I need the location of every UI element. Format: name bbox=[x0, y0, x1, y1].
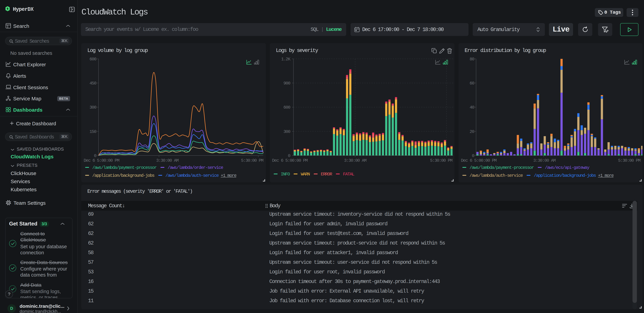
svg-text:3:30:00 AM: 3:30:00 AM bbox=[344, 158, 366, 163]
svg-text:900: 900 bbox=[284, 81, 290, 86]
svg-text:5:30:00 PM: 5:30:00 PM bbox=[241, 158, 263, 163]
svg-text:600: 600 bbox=[284, 105, 290, 110]
svg-text:Dec 6 5:00:00 PM: Dec 6 5:00:00 PM bbox=[461, 158, 496, 163]
svg-text:0: 0 bbox=[94, 153, 96, 158]
svg-text:Dec 6 5:00:00 PM: Dec 6 5:00:00 PM bbox=[84, 158, 119, 163]
svg-text:60: 60 bbox=[470, 81, 474, 86]
svg-text:150: 150 bbox=[90, 129, 96, 134]
svg-text:0: 0 bbox=[472, 153, 474, 158]
svg-text:300: 300 bbox=[284, 129, 290, 134]
svg-text:0: 0 bbox=[288, 153, 290, 158]
svg-text:3:30:00 AM: 3:30:00 AM bbox=[533, 158, 556, 163]
svg-text:1.2K: 1.2K bbox=[281, 57, 290, 62]
svg-text:5:30:00 PM: 5:30:00 PM bbox=[430, 158, 452, 163]
svg-text:450: 450 bbox=[90, 81, 96, 86]
svg-text:3:30:00 AM: 3:30:00 AM bbox=[156, 158, 178, 163]
svg-text:40: 40 bbox=[470, 105, 474, 110]
svg-text:5:30:00 PM: 5:30:00 PM bbox=[618, 158, 640, 163]
svg-text:300: 300 bbox=[90, 105, 96, 110]
svg-text:Dec 6 5:00:00 PM: Dec 6 5:00:00 PM bbox=[272, 158, 308, 163]
svg-text:600: 600 bbox=[90, 57, 96, 62]
svg-text:20: 20 bbox=[470, 129, 474, 134]
svg-text:80: 80 bbox=[470, 57, 474, 62]
